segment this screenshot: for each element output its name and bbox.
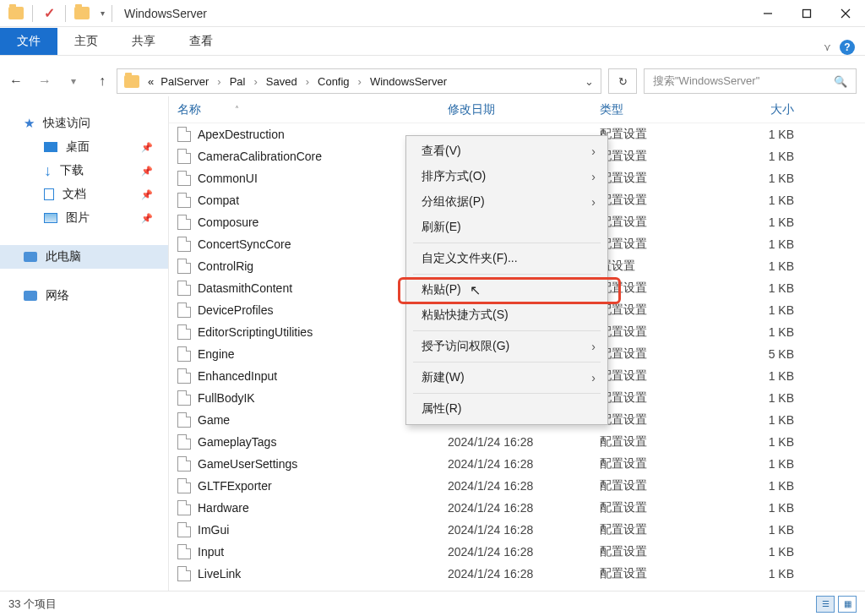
menu-properties[interactable]: 属性(R) [406, 396, 607, 422]
ini-file-icon [177, 390, 191, 406]
file-size: 1 KB [718, 215, 794, 229]
view-switcher: ☰ ▦ [816, 596, 857, 613]
ribbon-tabs: 文件 主页 共享 查看 ⋎ ? [0, 27, 865, 56]
file-row[interactable]: Hardware2024/1/24 16:28配置设置1 KB [169, 497, 865, 519]
menu-customize-folder[interactable]: 自定义文件夹(F)... [406, 246, 607, 271]
sidebar-item-downloads[interactable]: ↓下载📌 [0, 159, 168, 183]
menu-paste-shortcut[interactable]: 粘贴快捷方式(S) [406, 303, 607, 328]
file-date: 2024/1/24 16:28 [448, 545, 600, 559]
file-size: 1 KB [718, 413, 794, 427]
menu-view[interactable]: 查看(V)› [406, 139, 607, 164]
breadcrumb-overflow[interactable] [146, 75, 155, 88]
breadcrumb-item[interactable]: Pal [228, 75, 248, 88]
qat-folder2-button[interactable] [69, 3, 95, 24]
pin-icon: 📌 [141, 213, 153, 224]
sort-indicator-icon: ˄ [235, 105, 239, 114]
file-size: 5 KB [718, 347, 794, 361]
file-size: 1 KB [718, 391, 794, 405]
download-icon: ↓ [44, 165, 52, 177]
help-icon[interactable]: ? [840, 40, 855, 55]
status-bar: 33 个项目 ☰ ▦ [0, 591, 865, 616]
menu-grant-access[interactable]: 授予访问权限(G)› [406, 334, 607, 359]
file-row[interactable]: GameplayTags2024/1/24 16:28配置设置1 KB [169, 431, 865, 453]
file-name: CommonUI [198, 172, 258, 185]
menu-sort[interactable]: 排序方式(O)› [406, 164, 607, 189]
view-details-button[interactable]: ☰ [816, 596, 835, 613]
breadcrumb-item[interactable]: WindowsServer [368, 75, 449, 88]
sidebar-quick-access[interactable]: ★快速访问 [0, 112, 168, 135]
file-row[interactable]: GLTFExporter2024/1/24 16:28配置设置1 KB [169, 475, 865, 497]
menu-refresh[interactable]: 刷新(E) [406, 215, 607, 240]
file-type: 置设置 [600, 259, 718, 274]
qat-folder-button[interactable] [3, 3, 29, 24]
file-date: 2024/1/24 16:28 [448, 501, 600, 515]
file-row[interactable]: Input2024/1/24 16:28配置设置1 KB [169, 541, 865, 563]
chevron-right-icon: › [250, 75, 260, 88]
nav-back-button[interactable]: ← [8, 74, 24, 89]
file-name: Hardware [198, 501, 249, 515]
sidebar-item-label: 快速访问 [43, 116, 90, 131]
file-size: 1 KB [718, 194, 794, 207]
address-dropdown-icon[interactable]: ⌄ [585, 75, 594, 88]
file-type: 配置设置 [600, 456, 718, 472]
column-header-type[interactable]: 类型 [600, 102, 718, 117]
file-row[interactable]: LiveLink2024/1/24 16:28配置设置1 KB [169, 563, 865, 585]
context-menu: 查看(V)› 排序方式(O)› 分组依据(P)› 刷新(E) 自定义文件夹(F)… [405, 135, 608, 425]
file-name: LiveLink [198, 567, 241, 581]
file-name: Composure [198, 215, 258, 229]
column-header-date[interactable]: 修改日期 [448, 102, 600, 117]
search-icon: 🔍 [834, 75, 847, 88]
file-row[interactable]: GameUserSettings2024/1/24 16:28配置设置1 KB [169, 453, 865, 475]
sidebar-item-pictures[interactable]: 图片📌 [0, 206, 168, 230]
sidebar-item-documents[interactable]: 文档📌 [0, 183, 168, 206]
file-type: 配置设置 [600, 346, 718, 362]
address-bar[interactable]: PalServer› Pal› Saved› Config› WindowsSe… [117, 68, 601, 94]
menu-paste[interactable]: 粘贴(P) [406, 277, 607, 303]
desktop-icon [44, 142, 57, 152]
nav-history-dropdown[interactable]: ▾ [66, 75, 81, 87]
breadcrumb-item[interactable]: Config [316, 75, 351, 88]
menu-separator [413, 274, 601, 275]
column-headers: 名称˄ 修改日期 类型 大小 [169, 96, 865, 123]
file-type: 配置设置 [600, 544, 718, 559]
breadcrumb-item[interactable]: Saved [264, 75, 299, 88]
file-type: 配置设置 [600, 171, 718, 186]
ini-file-icon [177, 456, 191, 472]
menu-separator [413, 393, 601, 394]
qat-dropdown[interactable]: ▾ [96, 3, 108, 24]
ini-file-icon [177, 215, 191, 230]
search-input[interactable]: 搜索"WindowsServer" 🔍 [644, 68, 857, 94]
ini-file-icon [177, 478, 191, 493]
nav-forward-button[interactable]: → [37, 74, 52, 89]
menu-new[interactable]: 新建(W)› [406, 365, 607, 390]
ini-file-icon [177, 237, 191, 252]
tab-view[interactable]: 查看 [172, 28, 230, 55]
qat-checkbox-button[interactable]: ✓ [36, 3, 62, 24]
file-name: Compat [198, 194, 239, 207]
sidebar: ★快速访问 桌面📌 ↓下载📌 文档📌 图片📌 此电脑 网络 [0, 96, 169, 591]
file-type: 配置设置 [600, 566, 718, 581]
column-header-size[interactable]: 大小 [718, 102, 794, 117]
tab-share[interactable]: 共享 [115, 28, 172, 55]
refresh-button[interactable]: ↻ [608, 68, 637, 94]
sidebar-item-network[interactable]: 网络 [0, 284, 168, 308]
view-icons-button[interactable]: ▦ [838, 596, 857, 613]
ribbon-expand-icon[interactable]: ⋎ [824, 41, 831, 53]
titlebar: ✓ ▾ WindowsServer [0, 0, 865, 27]
menu-group[interactable]: 分组依据(P)› [406, 189, 607, 215]
separator [112, 5, 112, 22]
sidebar-item-this-pc[interactable]: 此电脑 [0, 245, 168, 269]
close-button[interactable] [826, 1, 865, 26]
sidebar-item-desktop[interactable]: 桌面📌 [0, 135, 168, 159]
minimize-button[interactable] [748, 1, 787, 26]
tab-home[interactable]: 主页 [57, 28, 115, 55]
maximize-button[interactable] [787, 1, 826, 26]
sidebar-item-label: 桌面 [66, 139, 90, 155]
file-name: GameUserSettings [198, 457, 297, 471]
file-row[interactable]: ImGui2024/1/24 16:28配置设置1 KB [169, 519, 865, 541]
file-type: 配置设置 [600, 390, 718, 406]
column-header-name[interactable]: 名称˄ [177, 102, 448, 117]
breadcrumb-item[interactable]: PalServer [159, 75, 210, 88]
nav-up-button[interactable]: ↑ [95, 74, 110, 89]
tab-file[interactable]: 文件 [0, 28, 57, 55]
